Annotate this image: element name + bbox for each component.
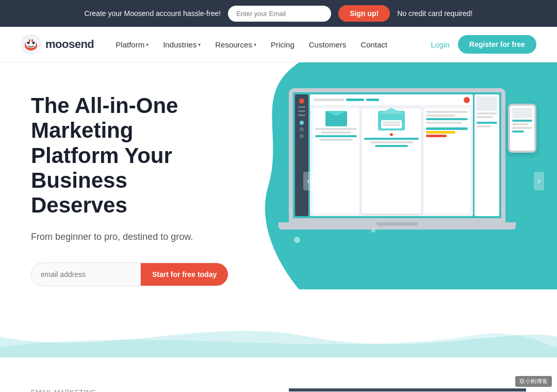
chevron-down-icon: ▾ <box>146 42 149 47</box>
hero-title: The All-in-One Marketing Platform Your B… <box>31 93 227 218</box>
logo-icon <box>21 34 41 55</box>
nav-links: Platform ▾ Industries ▾ Resources ▾ Pric… <box>109 36 431 53</box>
hero-email-input[interactable] <box>31 263 141 286</box>
nav-item-platform[interactable]: Platform ▾ <box>109 36 155 53</box>
logo[interactable]: moosend <box>21 34 94 55</box>
top-banner: Create your Moosend account hassle-free!… <box>0 0 557 27</box>
wave-divider <box>0 316 557 357</box>
banner-no-cc-text: No credit card required! <box>397 9 472 18</box>
svg-point-3 <box>27 42 30 44</box>
nav-actions: Login Register for free <box>431 35 536 54</box>
svg-point-4 <box>32 42 35 44</box>
svg-rect-5 <box>29 39 30 42</box>
hero-section: The All-in-One Marketing Platform Your B… <box>0 62 557 317</box>
hero-subtitle: From beginner to pro, destined to grow. <box>31 230 227 244</box>
nav-item-customers[interactable]: Customers <box>303 36 353 53</box>
banner-signup-button[interactable]: Sign up! <box>338 5 390 22</box>
chevron-down-icon: ▾ <box>254 42 256 47</box>
banner-email-input[interactable] <box>228 6 331 22</box>
nav-item-resources[interactable]: Resources ▾ <box>209 36 263 53</box>
svg-rect-6 <box>31 39 33 42</box>
login-link[interactable]: Login <box>431 40 450 49</box>
nav-item-pricing[interactable]: Pricing <box>265 36 301 53</box>
hero-content: The All-in-One Marketing Platform Your B… <box>0 62 248 317</box>
banner-text: Create your Moosend account hassle-free! <box>85 9 221 18</box>
navbar: moosend Platform ▾ Industries ▾ Resource… <box>0 27 557 62</box>
nav-item-industries[interactable]: Industries ▾ <box>157 36 207 53</box>
register-button[interactable]: Register for free <box>458 35 536 54</box>
section-right <box>289 388 526 392</box>
email-marketing-section: Email Marketing All The Benefits Of Emai… <box>0 357 557 392</box>
nav-item-contact[interactable]: Contact <box>354 36 394 53</box>
hero-form: Start for free today <box>31 263 227 286</box>
hero-illustration: › ‹ <box>268 88 526 274</box>
section-tag: Email Marketing <box>31 388 258 392</box>
logo-text: moosend <box>45 38 94 51</box>
browser-window <box>289 388 526 392</box>
hero-cta-button[interactable]: Start for free today <box>141 263 228 286</box>
section-left: Email Marketing All The Benefits Of Emai… <box>31 388 258 392</box>
chevron-down-icon: ▾ <box>198 42 201 47</box>
